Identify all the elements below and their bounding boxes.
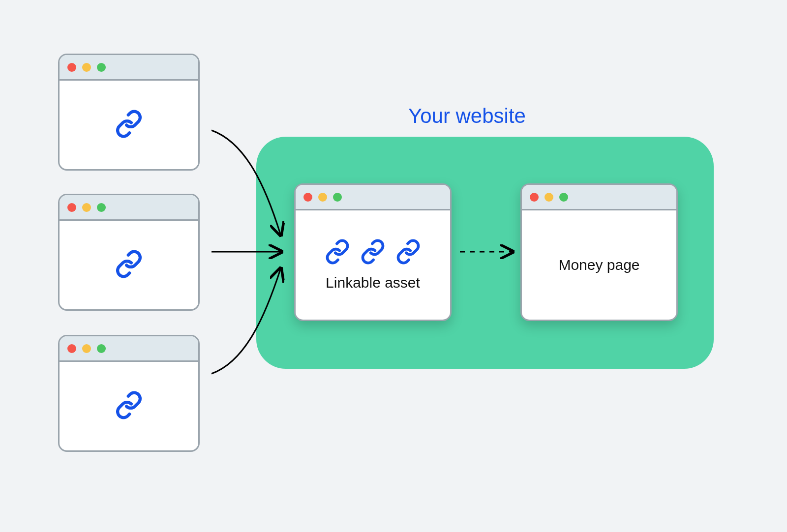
source-window-1 (58, 54, 200, 171)
titlebar (296, 185, 450, 210)
diagram-canvas: Your website (0, 0, 787, 532)
titlebar (60, 55, 198, 81)
traffic-light-green-icon (559, 193, 568, 202)
source-window-2 (58, 194, 200, 311)
link-icon (115, 250, 143, 280)
linkable-asset-window: Linkable asset (294, 183, 452, 321)
traffic-light-red-icon (303, 193, 312, 202)
traffic-light-yellow-icon (82, 63, 91, 72)
link-icon (325, 239, 350, 266)
traffic-light-yellow-icon (545, 193, 553, 202)
link-icon-row (325, 239, 421, 266)
link-icon (360, 239, 386, 266)
traffic-light-green-icon (97, 63, 106, 72)
titlebar (522, 185, 676, 210)
traffic-light-yellow-icon (82, 344, 91, 353)
traffic-light-green-icon (97, 344, 106, 353)
money-page-label: Money page (558, 257, 639, 273)
your-website-heading: Your website (408, 104, 526, 128)
money-page-window: Money page (520, 183, 678, 321)
traffic-light-green-icon (97, 203, 106, 212)
traffic-light-red-icon (67, 63, 76, 72)
traffic-light-yellow-icon (82, 203, 91, 212)
titlebar (60, 195, 198, 221)
titlebar (60, 336, 198, 362)
traffic-light-red-icon (67, 203, 76, 212)
source-window-3 (58, 335, 200, 452)
linkable-asset-label: Linkable asset (326, 274, 420, 291)
traffic-light-green-icon (333, 193, 342, 202)
traffic-light-red-icon (530, 193, 539, 202)
link-icon (115, 391, 143, 421)
link-icon (115, 110, 143, 140)
traffic-light-red-icon (67, 344, 76, 353)
traffic-light-yellow-icon (318, 193, 327, 202)
link-icon (395, 239, 421, 266)
